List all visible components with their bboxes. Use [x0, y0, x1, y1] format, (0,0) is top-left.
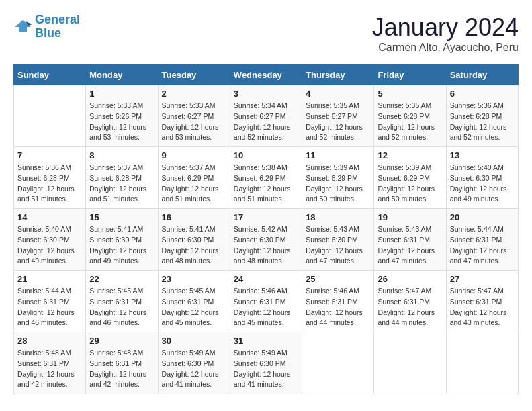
- calendar-cell: 29Sunrise: 5:48 AMSunset: 6:31 PMDayligh…: [86, 332, 158, 394]
- day-info: Sunrise: 5:37 AMSunset: 6:28 PMDaylight:…: [89, 163, 154, 205]
- day-number: 19: [378, 212, 442, 222]
- svg-marker-0: [15, 20, 31, 32]
- day-info: Sunrise: 5:39 AMSunset: 6:29 PMDaylight:…: [378, 163, 442, 205]
- week-row-2: 14Sunrise: 5:40 AMSunset: 6:30 PMDayligh…: [14, 209, 519, 271]
- calendar-cell: 13Sunrise: 5:40 AMSunset: 6:30 PMDayligh…: [446, 147, 518, 209]
- calendar-cell: 22Sunrise: 5:45 AMSunset: 6:31 PMDayligh…: [86, 271, 158, 332]
- calendar-cell: 27Sunrise: 5:47 AMSunset: 6:31 PMDayligh…: [446, 271, 518, 332]
- calendar-cell: 28Sunrise: 5:48 AMSunset: 6:31 PMDayligh…: [14, 332, 86, 394]
- week-row-4: 28Sunrise: 5:48 AMSunset: 6:31 PMDayligh…: [14, 332, 519, 394]
- day-number: 14: [17, 212, 82, 222]
- day-number: 26: [378, 274, 442, 284]
- header-day-tuesday: Tuesday: [158, 65, 230, 85]
- logo: GeneralBlue: [13, 13, 80, 40]
- day-info: Sunrise: 5:49 AMSunset: 6:30 PMDaylight:…: [162, 348, 226, 390]
- day-number: 20: [450, 212, 515, 222]
- day-number: 11: [306, 150, 370, 161]
- calendar-cell: 4Sunrise: 5:35 AMSunset: 6:27 PMDaylight…: [302, 85, 374, 147]
- calendar-cell: 16Sunrise: 5:41 AMSunset: 6:30 PMDayligh…: [158, 209, 230, 271]
- header: GeneralBlue January 2024 Carmen Alto, Ay…: [13, 13, 519, 54]
- calendar-table: SundayMondayTuesdayWednesdayThursdayFrid…: [13, 64, 519, 394]
- day-number: 13: [450, 150, 515, 161]
- location-title: Carmen Alto, Ayacucho, Peru: [372, 42, 519, 54]
- calendar-cell: 2Sunrise: 5:33 AMSunset: 6:27 PMDaylight…: [158, 85, 230, 147]
- day-info: Sunrise: 5:46 AMSunset: 6:31 PMDaylight:…: [306, 286, 370, 328]
- header-day-thursday: Thursday: [302, 65, 374, 85]
- day-number: 23: [162, 274, 226, 284]
- day-info: Sunrise: 5:42 AMSunset: 6:30 PMDaylight:…: [234, 224, 298, 267]
- day-info: Sunrise: 5:34 AMSunset: 6:27 PMDaylight:…: [234, 101, 298, 143]
- day-number: 7: [17, 150, 82, 161]
- day-number: 8: [89, 150, 154, 161]
- header-day-wednesday: Wednesday: [230, 65, 302, 85]
- calendar-cell: 25Sunrise: 5:46 AMSunset: 6:31 PMDayligh…: [302, 271, 374, 332]
- day-number: 27: [450, 274, 515, 284]
- calendar-cell: [302, 332, 374, 394]
- calendar-cell: 7Sunrise: 5:36 AMSunset: 6:28 PMDaylight…: [14, 147, 86, 209]
- day-info: Sunrise: 5:35 AMSunset: 6:28 PMDaylight:…: [378, 101, 442, 143]
- day-info: Sunrise: 5:44 AMSunset: 6:31 PMDaylight:…: [450, 224, 515, 267]
- calendar-cell: 5Sunrise: 5:35 AMSunset: 6:28 PMDaylight…: [374, 85, 446, 147]
- day-info: Sunrise: 5:38 AMSunset: 6:29 PMDaylight:…: [234, 163, 298, 205]
- calendar-cell: [374, 332, 446, 394]
- day-number: 21: [17, 274, 82, 284]
- calendar-cell: 9Sunrise: 5:37 AMSunset: 6:29 PMDaylight…: [158, 147, 230, 209]
- header-day-saturday: Saturday: [446, 65, 518, 85]
- day-info: Sunrise: 5:44 AMSunset: 6:31 PMDaylight:…: [17, 286, 82, 328]
- calendar-cell: 1Sunrise: 5:33 AMSunset: 6:26 PMDaylight…: [86, 85, 158, 147]
- day-number: 5: [378, 89, 442, 99]
- calendar-cell: 31Sunrise: 5:49 AMSunset: 6:30 PMDayligh…: [230, 332, 302, 394]
- calendar-header-row: SundayMondayTuesdayWednesdayThursdayFrid…: [14, 65, 519, 85]
- day-info: Sunrise: 5:43 AMSunset: 6:30 PMDaylight:…: [306, 224, 370, 267]
- day-info: Sunrise: 5:47 AMSunset: 6:31 PMDaylight:…: [450, 286, 515, 328]
- day-number: 2: [162, 89, 226, 99]
- day-info: Sunrise: 5:40 AMSunset: 6:30 PMDaylight:…: [450, 163, 515, 205]
- day-number: 9: [162, 150, 226, 161]
- month-title: January 2024: [372, 13, 519, 42]
- day-info: Sunrise: 5:49 AMSunset: 6:30 PMDaylight:…: [234, 348, 298, 390]
- calendar-cell: 18Sunrise: 5:43 AMSunset: 6:30 PMDayligh…: [302, 209, 374, 271]
- calendar-cell: 17Sunrise: 5:42 AMSunset: 6:30 PMDayligh…: [230, 209, 302, 271]
- day-info: Sunrise: 5:45 AMSunset: 6:31 PMDaylight:…: [162, 286, 226, 328]
- day-info: Sunrise: 5:39 AMSunset: 6:29 PMDaylight:…: [306, 163, 370, 205]
- day-info: Sunrise: 5:43 AMSunset: 6:31 PMDaylight:…: [378, 224, 442, 267]
- header-day-friday: Friday: [374, 65, 446, 85]
- day-info: Sunrise: 5:33 AMSunset: 6:27 PMDaylight:…: [162, 101, 226, 143]
- day-number: 31: [234, 336, 298, 346]
- calendar-cell: 11Sunrise: 5:39 AMSunset: 6:29 PMDayligh…: [302, 147, 374, 209]
- day-info: Sunrise: 5:47 AMSunset: 6:31 PMDaylight:…: [378, 286, 442, 328]
- day-number: 30: [162, 336, 226, 346]
- logo-text: GeneralBlue: [35, 13, 80, 40]
- calendar-cell: [446, 332, 518, 394]
- day-info: Sunrise: 5:48 AMSunset: 6:31 PMDaylight:…: [17, 348, 82, 390]
- week-row-0: 1Sunrise: 5:33 AMSunset: 6:26 PMDaylight…: [14, 85, 519, 147]
- calendar-cell: 8Sunrise: 5:37 AMSunset: 6:28 PMDaylight…: [86, 147, 158, 209]
- calendar-cell: 15Sunrise: 5:41 AMSunset: 6:30 PMDayligh…: [86, 209, 158, 271]
- day-number: 29: [89, 336, 154, 346]
- header-day-monday: Monday: [86, 65, 158, 85]
- day-info: Sunrise: 5:48 AMSunset: 6:31 PMDaylight:…: [89, 348, 154, 390]
- header-day-sunday: Sunday: [14, 65, 86, 85]
- calendar-cell: 21Sunrise: 5:44 AMSunset: 6:31 PMDayligh…: [14, 271, 86, 332]
- day-info: Sunrise: 5:45 AMSunset: 6:31 PMDaylight:…: [89, 286, 154, 328]
- day-number: 18: [306, 212, 370, 222]
- day-info: Sunrise: 5:46 AMSunset: 6:31 PMDaylight:…: [234, 286, 298, 328]
- day-number: 15: [89, 212, 154, 222]
- week-row-3: 21Sunrise: 5:44 AMSunset: 6:31 PMDayligh…: [14, 271, 519, 332]
- day-number: 3: [234, 89, 298, 99]
- day-number: 6: [450, 89, 515, 99]
- day-number: 16: [162, 212, 226, 222]
- title-area: January 2024 Carmen Alto, Ayacucho, Peru: [372, 13, 519, 54]
- day-number: 17: [234, 212, 298, 222]
- day-number: 25: [306, 274, 370, 284]
- day-number: 12: [378, 150, 442, 161]
- day-number: 10: [234, 150, 298, 161]
- calendar-cell: 30Sunrise: 5:49 AMSunset: 6:30 PMDayligh…: [158, 332, 230, 394]
- day-number: 4: [306, 89, 370, 99]
- day-info: Sunrise: 5:41 AMSunset: 6:30 PMDaylight:…: [89, 224, 154, 267]
- calendar-cell: 20Sunrise: 5:44 AMSunset: 6:31 PMDayligh…: [446, 209, 518, 271]
- calendar-cell: 6Sunrise: 5:36 AMSunset: 6:28 PMDaylight…: [446, 85, 518, 147]
- calendar-cell: 10Sunrise: 5:38 AMSunset: 6:29 PMDayligh…: [230, 147, 302, 209]
- calendar-cell: 23Sunrise: 5:45 AMSunset: 6:31 PMDayligh…: [158, 271, 230, 332]
- logo-icon: [13, 17, 32, 36]
